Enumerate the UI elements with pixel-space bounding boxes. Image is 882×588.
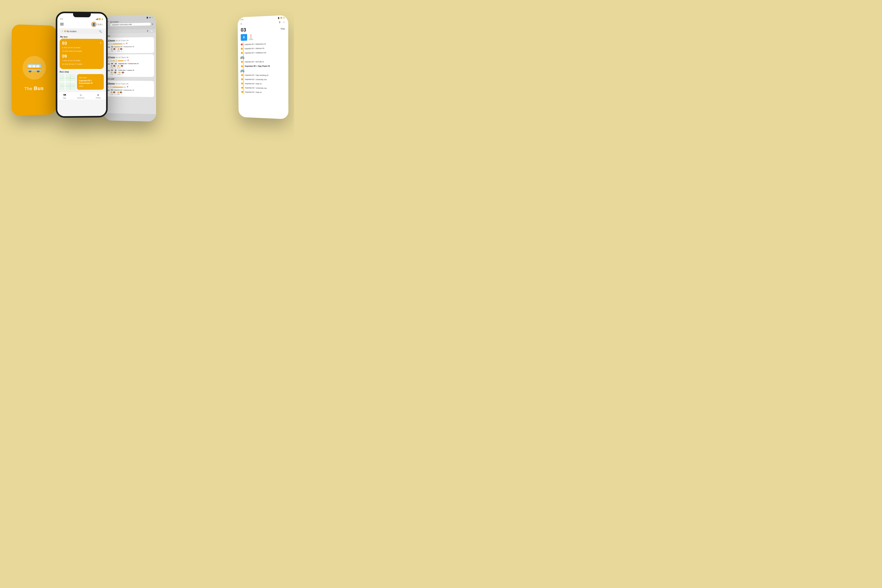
stop-name-5: Kapiolani Bl + Opp Paani St: [245, 65, 270, 67]
bus-stop-title: Bus stop: [60, 70, 104, 73]
phone-stops: 9:41 ▐▌ 📶 🔋 ‹ ⬆ ☆ 03 Map 6: [237, 15, 288, 119]
p4-route-number: 03: [241, 27, 246, 33]
nav-bookmark[interactable]: ☆ Bookmark: [77, 93, 84, 99]
bus-illustration: [27, 62, 42, 74]
stop-dot-3: [241, 52, 243, 54]
route2-header: 27min Arr. at 7:26pm | $6: [108, 56, 153, 59]
search-icon[interactable]: 🔍: [99, 30, 102, 33]
best-section-label: Best: [106, 34, 154, 37]
p3-signal: ▐▌: [146, 17, 148, 18]
hamburger-menu[interactable]: [60, 23, 64, 25]
battery-icon: 🔋: [101, 18, 104, 20]
p4-map-tab[interactable]: Map: [280, 27, 285, 30]
badge-number-text: 6: [243, 36, 245, 39]
near-stop-card[interactable]: Near stop Kapiolani Bl + Keeaumoku St 28…: [77, 74, 104, 90]
p4-badge-num: 6: [241, 34, 247, 41]
bus-03-time1: 5 mins 28 sec (6 seats): [62, 46, 102, 49]
bus-card-add[interactable]: +: [100, 41, 101, 45]
clock-icon[interactable]: 🕐: [150, 30, 153, 32]
from-location[interactable]: My location: [110, 21, 118, 23]
time-count2: 6: [122, 50, 122, 52]
route4-header: 25min Arr. at 7:21pm | $3: [108, 82, 153, 86]
to-row: – Kapiolani community colle ⇅: [107, 23, 153, 26]
seats-indicator: [250, 34, 251, 38]
share-icon[interactable]: ⬆: [147, 30, 148, 32]
dest2-marker: 📍: [127, 60, 129, 62]
bus-circle: [22, 56, 46, 80]
stop-item-7[interactable]: Kapiolani Bl + University Ave: [241, 77, 285, 82]
swap-icon[interactable]: ⇅: [152, 23, 153, 25]
seat2: 🔥8🐻6: [117, 48, 123, 50]
stop-item-4[interactable]: Kapiolani Bl + McCully St: [241, 59, 285, 64]
p4-signal: ▐▌: [278, 17, 280, 19]
route1-cost: $3: [127, 40, 129, 41]
route1-time: 23min: [108, 39, 115, 42]
walk1-time: 2m: [110, 44, 112, 45]
user-avatar-section[interactable]: 👤 SUA L.: [91, 21, 104, 27]
route4-visual: 🚶 3m 22m 📍: [108, 86, 153, 88]
p4-back-btn[interactable]: ‹: [241, 22, 242, 26]
stop-name-4: Kapiolani Bl + McCully St: [245, 61, 264, 63]
route4-cost: $3: [127, 83, 128, 85]
splash-content: The Bus: [12, 27, 57, 116]
route4-time: 25min: [108, 82, 115, 85]
splash-title-the: The: [24, 86, 33, 91]
stop-item-6[interactable]: Kapiolani Bl + Opp Isenberg St: [241, 73, 285, 77]
stop-dot-9: [241, 87, 243, 89]
location-field: My location: [64, 30, 98, 33]
route-option-1[interactable]: 23min Arr. at 7:21pm | $3 🚶 2m 21m 📍: [106, 37, 154, 53]
phone-splash: The Bus: [12, 24, 57, 116]
search-bar[interactable]: + My location 🔍: [60, 29, 104, 34]
bus-stop-section: Bus stop: [60, 70, 104, 90]
bus-route-line: [112, 44, 122, 44]
splash-title: The Bus: [24, 85, 44, 92]
stop-dot-5-active: [241, 65, 243, 67]
stop-item-5[interactable]: Kapiolani Bl + Opp Paani St: [241, 64, 285, 68]
p4-badge-details: seatsavailable: [249, 34, 253, 40]
stop-item-3[interactable]: Kapiolani Bl + Kalakaua Ave: [241, 50, 285, 55]
p4-star-icon[interactable]: ☆: [283, 21, 285, 24]
time1: 5:28: [111, 50, 113, 52]
map-thumbnail[interactable]: [60, 74, 75, 90]
bus2-icon: 🚌: [108, 63, 110, 64]
route1-arr: Arr. at 7:21pm: [116, 40, 126, 41]
splash-title-bus: Bus: [34, 85, 44, 91]
svg-rect-1: [28, 65, 32, 67]
route-option-4[interactable]: 25min Arr. at 7:21pm | $3 🚶 3m 22m 📍 🚌: [106, 81, 154, 97]
p4-share-icon[interactable]: ⬆: [279, 21, 280, 24]
destination-text: Kapiolani community colle: [112, 24, 132, 26]
main-header: 👤 SUA L.: [57, 20, 106, 28]
from-row: 📍 My location: [107, 20, 153, 23]
dest4-marker: 📍: [126, 86, 129, 88]
nav-setting[interactable]: ≡ Setting: [96, 93, 100, 99]
nav-map[interactable]: 🗺 Map: [63, 93, 66, 99]
bus4-icon: 🚌: [108, 89, 110, 91]
route1-header: 23min Arr. at 7:21pm | $3: [108, 39, 152, 42]
route4-stop-info: 🚌 09 Kapiolani Bl + Keeaumoku St 🔥3🐻3 🔥5…: [108, 89, 153, 96]
r2seat2: 🔥11🐻7: [117, 65, 124, 67]
route4-stop-details: 09 Kapiolani Bl + Keeaumoku St 🔥3🐻3 🔥5🐻7…: [110, 89, 134, 95]
stop-name: Kapiolani Bl + Keeaumoku St: [79, 80, 102, 84]
main-content: 9:41 📶 🔋 👤: [57, 17, 106, 116]
walk4-time: 3m: [110, 86, 112, 88]
r4seat1: 🔥3🐻3: [110, 92, 116, 93]
destination-input[interactable]: Kapiolani community colle: [110, 23, 151, 26]
p4-stops-list: Kapiolani Bl + Mahukona St Kapiolani Bl …: [238, 41, 288, 95]
stop-item-10[interactable]: Kapiolani Bl + Date St: [241, 90, 285, 95]
stop-name-2: Kapiolani Bl + Atkinson Dr: [244, 47, 264, 50]
route2-stop2: 🚌 02 2L Kuhio Ave + Lewers St 🔥2L🐻3 🔥23🐻…: [108, 69, 152, 75]
bus-stop-content: Near stop Kapiolani Bl + Keeaumoku St 28…: [60, 74, 104, 90]
route2-time: 27min: [108, 56, 115, 59]
route-option-2[interactable]: 27min Arr. at 7:26pm | $6 🚶 3m 🚶 15m 📍: [106, 54, 154, 77]
main-notch: [73, 14, 90, 18]
bus-on-route-icon: 🚌: [240, 55, 244, 59]
route1-seats: 🔥5🐻7 🔥8🐻6: [111, 48, 134, 50]
bus-on-route-2: 🚌: [240, 68, 285, 73]
bus-03-number: 03: [62, 41, 67, 45]
search-text: My location: [67, 30, 76, 32]
walk2-icon: 🚶: [108, 60, 110, 62]
route3-stop: Kuhio Ave + Lewers St: [118, 69, 134, 71]
route2-seats: 🔥7🐻8 🔥11🐻7: [111, 65, 139, 67]
route4-bus-num: 09: [110, 89, 113, 91]
status-time: 9:41: [60, 18, 63, 20]
